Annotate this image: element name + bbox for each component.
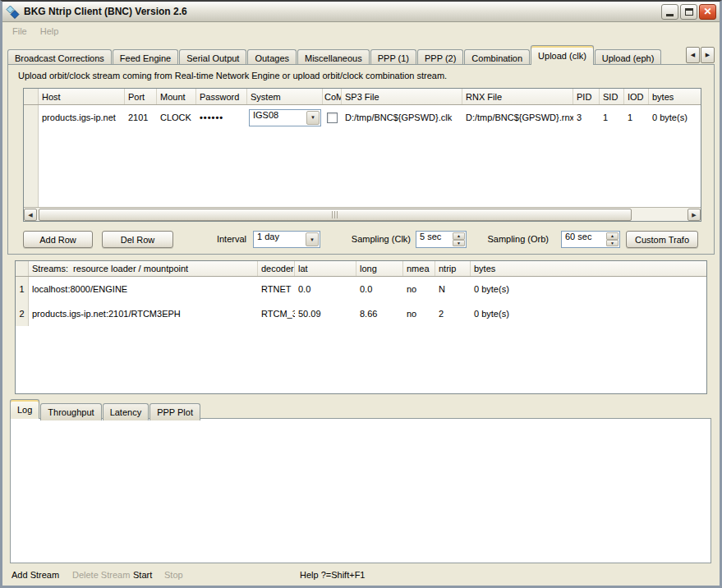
stream-nmea[interactable]: no bbox=[403, 277, 435, 301]
tab-ppp-plot[interactable]: PPP Plot bbox=[149, 403, 200, 420]
row-index: 2 bbox=[16, 301, 29, 326]
interval-combobox-value: 1 day bbox=[254, 229, 283, 244]
stream-mountpoint[interactable]: products.igs-ip.net:2101/RTCM3EPH bbox=[29, 301, 258, 326]
password-cell[interactable]: •••••• bbox=[196, 105, 247, 130]
stream-decoder[interactable]: RTNET bbox=[258, 277, 295, 301]
sp3-cell[interactable]: D:/tmp/BNC${GPSWD}.clk bbox=[342, 105, 462, 130]
title-bar[interactable]: BKG Ntrip Client (BNC) Version 2.6 ✕ bbox=[2, 2, 720, 22]
stream-decoder[interactable]: RTCM_3 bbox=[258, 301, 295, 326]
stream-mountpoint[interactable]: localhost:8000/ENGINE bbox=[29, 277, 258, 301]
add-stream-button[interactable]: Add Stream bbox=[11, 570, 59, 580]
sampling-clk-label: Sampling (Clk) bbox=[343, 234, 411, 244]
rnx-cell[interactable]: D:/tmp/BNC${GPSWD}.rnx bbox=[462, 105, 573, 130]
stream-long[interactable]: 8.66 bbox=[356, 301, 403, 326]
iod-cell[interactable]: 1 bbox=[624, 105, 649, 130]
add-row-button[interactable]: Add Row bbox=[23, 231, 93, 248]
interval-combobox[interactable]: 1 day ▼ bbox=[253, 231, 320, 248]
log-output[interactable] bbox=[10, 418, 711, 563]
menu-file[interactable]: File bbox=[6, 24, 34, 39]
tab-log[interactable]: Log bbox=[10, 399, 39, 419]
tab-scroll-right-button[interactable]: ▶ bbox=[701, 47, 715, 63]
tab-ppp-1[interactable]: PPP (1) bbox=[370, 49, 416, 65]
streams-col-bytes: bytes bbox=[471, 261, 706, 276]
com-checkbox[interactable] bbox=[327, 113, 338, 123]
spin-down-button[interactable]: ▼ bbox=[606, 240, 619, 247]
del-row-button[interactable]: Del Row bbox=[102, 231, 173, 248]
sid-cell[interactable]: 1 bbox=[600, 105, 624, 130]
tab-combination[interactable]: Combination bbox=[464, 49, 530, 65]
sampling-clk-spin-buttons: ▲ ▼ bbox=[453, 232, 465, 246]
maximize-button[interactable] bbox=[680, 4, 697, 20]
interval-dropdown-button[interactable]: ▼ bbox=[306, 232, 319, 246]
scrollbar-right-button[interactable]: ▶ bbox=[688, 209, 701, 221]
stream-nmea[interactable]: no bbox=[403, 301, 435, 326]
upload-col-system: System bbox=[247, 89, 323, 104]
tab-serial-output[interactable]: Serial Output bbox=[179, 49, 246, 65]
sampling-clk-spinbox[interactable]: 5 sec ▲ ▼ bbox=[416, 231, 467, 248]
tab-broadcast-corrections[interactable]: Broadcast Corrections bbox=[7, 49, 112, 65]
streams-table: Streams: resource loader / mountpoint de… bbox=[15, 260, 707, 394]
port-cell[interactable]: 2101 bbox=[125, 105, 157, 130]
sampling-orb-spin-buttons: ▲ ▼ bbox=[606, 232, 619, 246]
app-window: BKG Ntrip Client (BNC) Version 2.6 ✕ Fil… bbox=[0, 0, 722, 588]
spin-down-button[interactable]: ▼ bbox=[453, 240, 465, 247]
tab-outages[interactable]: Outages bbox=[247, 49, 297, 65]
minimize-button[interactable] bbox=[661, 4, 678, 20]
sampling-orb-spinbox[interactable]: 60 sec ▲ ▼ bbox=[561, 231, 620, 248]
tab-scroll-left-button[interactable]: ◀ bbox=[686, 47, 700, 63]
upload-header-corner bbox=[24, 89, 39, 104]
scroll-right-icon: ▶ bbox=[706, 52, 710, 58]
spin-up-icon: ▲ bbox=[610, 233, 614, 238]
tab-scrollers: ◀ ▶ bbox=[685, 47, 715, 63]
row-index: 1 bbox=[16, 277, 29, 301]
close-button[interactable]: ✕ bbox=[699, 4, 716, 20]
scrollbar-thumb[interactable] bbox=[39, 209, 632, 221]
tab-ppp-2[interactable]: PPP (2) bbox=[417, 49, 463, 65]
custom-trafo-button[interactable]: Custom Trafo bbox=[626, 231, 698, 248]
mount-cell[interactable]: CLOCK bbox=[157, 105, 196, 130]
scrollbar-left-button[interactable]: ◀ bbox=[24, 209, 37, 221]
stream-row[interactable]: 2 products.igs-ip.net:2101/RTCM3EPH RTCM… bbox=[16, 301, 706, 326]
upload-col-bytes: bytes bbox=[649, 89, 701, 104]
delete-stream-button[interactable]: Delete Stream bbox=[72, 570, 130, 580]
stream-long[interactable]: 0.0 bbox=[356, 277, 403, 301]
tab-feed-engine[interactable]: Feed Engine bbox=[113, 49, 178, 65]
chevron-down-icon: ▼ bbox=[310, 115, 315, 120]
pid-cell[interactable]: 3 bbox=[573, 105, 600, 130]
scroll-right-icon: ▶ bbox=[692, 212, 696, 218]
stream-lat[interactable]: 0.0 bbox=[295, 277, 356, 301]
tab-upload-eph[interactable]: Upload (eph) bbox=[595, 49, 662, 65]
upload-col-mount: Mount bbox=[157, 89, 196, 104]
spin-up-button[interactable]: ▲ bbox=[453, 232, 465, 240]
upload-col-sp3: SP3 File bbox=[342, 89, 462, 104]
system-dropdown-button[interactable]: ▼ bbox=[306, 111, 320, 125]
tab-throughput[interactable]: Throughput bbox=[40, 403, 101, 420]
start-button[interactable]: Start bbox=[133, 570, 152, 580]
tab-upload-clk[interactable]: Upload (clk) bbox=[531, 45, 594, 65]
upload-table-row[interactable]: 1 products.igs-ip.net 2101 CLOCK •••••• … bbox=[24, 105, 701, 130]
system-combobox[interactable]: IGS08 ▼ bbox=[249, 109, 321, 126]
stop-button[interactable]: Stop bbox=[164, 570, 183, 580]
stream-row[interactable]: 1 localhost:8000/ENGINE RTNET 0.0 0.0 no… bbox=[16, 277, 706, 301]
upload-col-iod: IOD bbox=[624, 89, 649, 104]
upload-col-port: Port bbox=[125, 89, 157, 104]
spin-up-button[interactable]: ▲ bbox=[606, 232, 619, 240]
com-cell bbox=[323, 105, 342, 130]
upload-table-header: Host Port Mount Password System CoM SP3 … bbox=[24, 89, 701, 105]
host-cell[interactable]: products.igs-ip.net bbox=[39, 105, 125, 130]
tab-latency[interactable]: Latency bbox=[103, 403, 149, 420]
streams-col-long: long bbox=[356, 261, 403, 276]
stream-ntrip[interactable]: N bbox=[435, 277, 471, 301]
upload-col-sid: SID bbox=[600, 89, 624, 104]
row-header-strip bbox=[24, 105, 39, 207]
horizontal-scrollbar[interactable]: ◀ ▶ bbox=[24, 207, 701, 221]
streams-table-header: Streams: resource loader / mountpoint de… bbox=[16, 261, 706, 277]
stream-ntrip[interactable]: 2 bbox=[435, 301, 471, 326]
sampling-clk-value: 5 sec bbox=[416, 229, 444, 244]
spin-down-icon: ▼ bbox=[457, 241, 461, 246]
help-hint-label: Help ?=Shift+F1 bbox=[300, 570, 366, 580]
tab-miscellaneous[interactable]: Miscellaneous bbox=[297, 49, 370, 65]
upload-table: Host Port Mount Password System CoM SP3 … bbox=[23, 88, 701, 222]
stream-lat[interactable]: 50.09 bbox=[295, 301, 356, 326]
menu-help[interactable]: Help bbox=[34, 24, 66, 39]
